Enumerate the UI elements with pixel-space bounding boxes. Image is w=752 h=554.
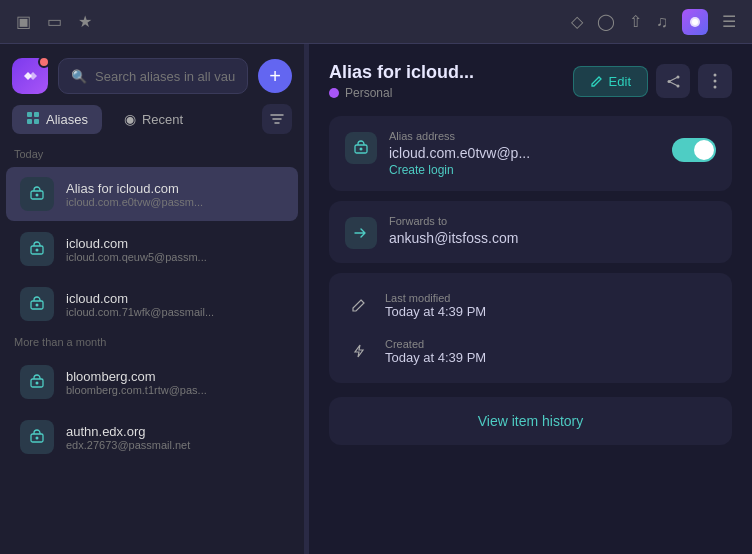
glasses-icon[interactable]: ♫: [656, 13, 668, 31]
tab-recent[interactable]: ◉ Recent: [110, 105, 197, 133]
more-button[interactable]: [698, 64, 732, 98]
forwards-content: Forwards to ankush@itsfoss.com: [389, 215, 716, 246]
svg-point-13: [36, 382, 39, 385]
svg-rect-2: [27, 112, 32, 117]
search-icon: 🔍: [71, 69, 87, 84]
sidebar: 🔍 + Aliases ◉ Recent: [0, 44, 305, 554]
detail-header: Alias for icloud... Personal Edit: [329, 62, 732, 100]
forwards-row: Forwards to ankush@itsfoss.com: [345, 215, 716, 249]
avatar: [20, 420, 54, 454]
edit-button[interactable]: Edit: [573, 66, 648, 97]
alias-email: icloud.com.e0tvw@passm...: [66, 196, 284, 208]
svg-point-25: [360, 148, 363, 151]
recent-icon: ◉: [124, 111, 136, 127]
svg-point-15: [36, 437, 39, 440]
created-label: Created: [385, 338, 486, 350]
alias-info: bloomberg.com bloomberg.com.t1rtw@pas...: [66, 369, 284, 396]
logo-button[interactable]: [12, 58, 48, 94]
alias-list: Today Alias for icloud.com icloud.com.e0…: [0, 144, 304, 554]
avatar: [20, 287, 54, 321]
svg-point-23: [714, 86, 717, 89]
share-button[interactable]: [656, 64, 690, 98]
alias-icon: [345, 132, 377, 164]
extension-icon[interactable]: [682, 9, 708, 35]
list-item[interactable]: Alias for icloud.com icloud.com.e0tvw@pa…: [6, 167, 298, 221]
alias-name: icloud.com: [66, 236, 284, 251]
alias-email: edx.27673@passmail.net: [66, 439, 284, 451]
forwards-label: Forwards to: [389, 215, 716, 227]
detail-subtitle: Personal: [329, 86, 474, 100]
sidebar-tabs: Aliases ◉ Recent: [0, 104, 304, 144]
alias-name: Alias for icloud.com: [66, 181, 284, 196]
view-history-button[interactable]: View item history: [329, 397, 732, 445]
last-modified-row: Last modified Today at 4:39 PM: [345, 287, 716, 323]
svg-rect-3: [34, 112, 39, 117]
browser-nav-icons: ▣ ▭ ★: [16, 12, 92, 31]
picture-icon[interactable]: ▭: [47, 12, 62, 31]
document-icon[interactable]: ▣: [16, 12, 31, 31]
alias-name: authn.edx.org: [66, 424, 284, 439]
svg-line-20: [669, 81, 678, 86]
app-container: 🔍 + Aliases ◉ Recent: [0, 44, 752, 554]
svg-point-9: [36, 249, 39, 252]
tab-recent-label: Recent: [142, 112, 183, 127]
svg-point-7: [36, 194, 39, 197]
detail-category: Personal: [345, 86, 392, 100]
alias-info: icloud.com icloud.com.qeuw5@passm...: [66, 236, 284, 263]
section-month-label: More than a month: [0, 332, 304, 354]
aliases-icon: [26, 111, 40, 128]
sidebar-header: 🔍 +: [0, 44, 304, 104]
person-icon[interactable]: ◯: [597, 12, 615, 31]
avatar: [20, 232, 54, 266]
shield-icon[interactable]: ◇: [571, 12, 583, 31]
edit-label: Edit: [609, 74, 631, 89]
star-icon[interactable]: ★: [78, 12, 92, 31]
alias-address-value: icloud.com.e0tvw@p...: [389, 145, 660, 161]
forwards-value: ankush@itsfoss.com: [389, 230, 716, 246]
list-item[interactable]: icloud.com icloud.com.71wfk@passmail...: [6, 277, 298, 331]
svg-point-22: [714, 80, 717, 83]
search-bar[interactable]: 🔍: [58, 58, 248, 94]
detail-title: Alias for icloud...: [329, 62, 474, 83]
sort-button[interactable]: [262, 104, 292, 134]
svg-rect-4: [27, 119, 32, 124]
avatar: [20, 177, 54, 211]
alias-email: bloomberg.com.t1rtw@pas...: [66, 384, 284, 396]
list-item[interactable]: bloomberg.com bloomberg.com.t1rtw@pas...: [6, 355, 298, 409]
alias-name: bloomberg.com: [66, 369, 284, 384]
detail-panel: Alias for icloud... Personal Edit: [309, 44, 752, 554]
svg-rect-5: [34, 119, 39, 124]
upload-icon[interactable]: ⇧: [629, 12, 642, 31]
browser-bar: ▣ ▭ ★ ◇ ◯ ⇧ ♫ ☰: [0, 0, 752, 44]
search-input[interactable]: [95, 69, 235, 84]
list-item[interactable]: icloud.com icloud.com.qeuw5@passm...: [6, 222, 298, 276]
more-icon: [713, 73, 717, 89]
tab-aliases[interactable]: Aliases: [12, 105, 102, 134]
browser-right-icons: ◇ ◯ ⇧ ♫ ☰: [571, 9, 736, 35]
create-login-link[interactable]: Create login: [389, 163, 660, 177]
meta-card: Last modified Today at 4:39 PM Created T…: [329, 273, 732, 383]
svg-point-1: [692, 19, 698, 25]
alias-address-row: Alias address icloud.com.e0tvw@p... Crea…: [345, 130, 716, 177]
pencil-icon: [345, 291, 373, 319]
alias-info: authn.edx.org edx.27673@passmail.net: [66, 424, 284, 451]
lightning-icon: [345, 337, 373, 365]
created-value: Today at 4:39 PM: [385, 350, 486, 365]
alias-toggle[interactable]: [672, 138, 716, 162]
svg-line-19: [669, 77, 678, 82]
edit-icon: [590, 75, 603, 88]
created-content: Created Today at 4:39 PM: [385, 338, 486, 365]
share-icon: [666, 74, 681, 89]
menu-icon[interactable]: ☰: [722, 12, 736, 31]
detail-actions: Edit: [573, 64, 732, 98]
alias-info: icloud.com icloud.com.71wfk@passmail...: [66, 291, 284, 318]
alias-name: icloud.com: [66, 291, 284, 306]
last-modified-label: Last modified: [385, 292, 486, 304]
alias-address-label: Alias address: [389, 130, 660, 142]
forward-icon: [345, 217, 377, 249]
personal-dot: [329, 88, 339, 98]
alias-address-card: Alias address icloud.com.e0tvw@p... Crea…: [329, 116, 732, 191]
list-item[interactable]: authn.edx.org edx.27673@passmail.net: [6, 410, 298, 464]
add-button[interactable]: +: [258, 59, 292, 93]
alias-address-content: Alias address icloud.com.e0tvw@p... Crea…: [389, 130, 660, 177]
